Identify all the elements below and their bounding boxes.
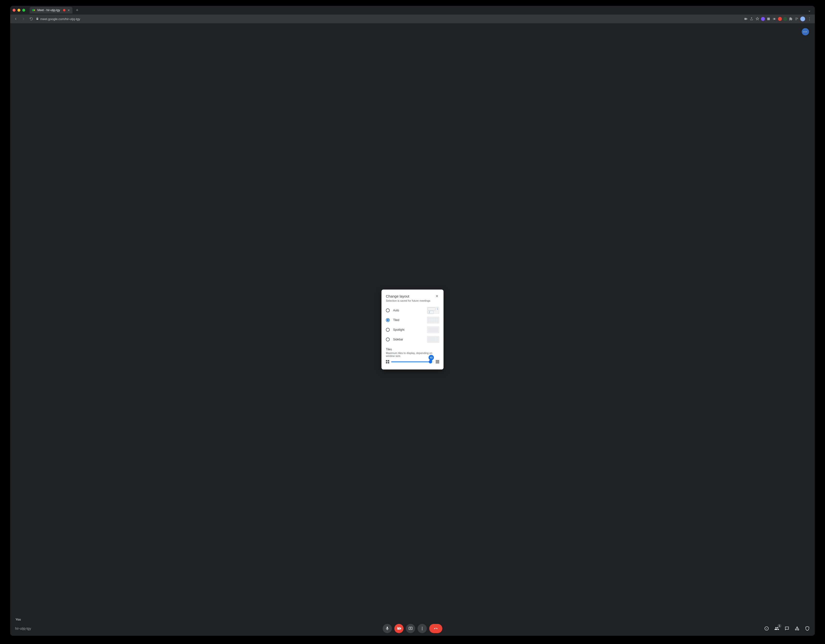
maximize-window-button[interactable] [22, 9, 25, 12]
browser-tab[interactable]: Meet - hir-utjq-tgy ✕ [29, 7, 73, 14]
radio-auto[interactable] [386, 309, 390, 312]
participants-button[interactable]: 1 [774, 626, 779, 631]
close-window-button[interactable] [12, 9, 15, 12]
participants-count-badge: 1 [777, 624, 782, 628]
tab-title: Meet - hir-utjq-tgy [37, 8, 60, 12]
fewer-tiles-icon [386, 360, 389, 363]
present-icon [408, 626, 413, 631]
layout-option-spotlight[interactable]: Spotlight [386, 325, 439, 335]
window-controls [12, 9, 25, 12]
microphone-button[interactable] [383, 624, 392, 633]
layout-thumb-sidebar [427, 336, 439, 343]
layout-label-sidebar: Sidebar [393, 338, 424, 341]
extension-3-icon[interactable] [772, 17, 777, 21]
svg-rect-0 [32, 9, 34, 11]
self-video-label: You [15, 618, 21, 621]
svg-point-7 [422, 630, 423, 630]
hangup-button[interactable] [429, 624, 442, 633]
reading-list-icon[interactable] [794, 17, 799, 21]
info-icon [764, 626, 769, 631]
recording-indicator-icon [63, 9, 65, 11]
more-controls-button[interactable] [417, 624, 427, 633]
call-controls [383, 624, 442, 633]
close-dialog-button[interactable] [435, 294, 439, 298]
tiles-heading: Tiles [386, 347, 439, 351]
reload-button[interactable] [28, 16, 34, 22]
back-button[interactable] [12, 16, 19, 22]
hangup-icon [434, 626, 438, 631]
meeting-code: hir-utjq-tgy [15, 627, 31, 630]
more-vertical-icon [420, 626, 424, 631]
forward-button[interactable] [20, 16, 27, 22]
minimize-window-button[interactable] [17, 9, 20, 12]
radio-spotlight[interactable] [386, 328, 390, 332]
chat-icon [785, 626, 789, 631]
new-tab-button[interactable]: + [74, 8, 80, 13]
more-options-pill[interactable]: ••• [802, 28, 809, 36]
camera-off-icon [397, 626, 401, 631]
layout-option-auto[interactable]: Auto ⤵⤵ [386, 306, 439, 315]
profile-avatar[interactable] [800, 17, 805, 21]
tabs-dropdown-button[interactable]: ⌄ [808, 8, 811, 12]
layout-option-sidebar[interactable]: Sidebar [386, 335, 439, 344]
meeting-details-button[interactable] [764, 626, 769, 631]
svg-point-5 [422, 627, 423, 627]
svg-point-2 [774, 18, 775, 20]
meet-favicon-icon [32, 8, 36, 12]
chat-button[interactable] [784, 626, 789, 631]
bottom-bar: hir-utjq-tgy [10, 621, 815, 636]
svg-point-6 [422, 628, 423, 629]
dialog-subtitle: Selection is saved for future meetings [386, 299, 439, 302]
host-controls-button[interactable] [805, 626, 810, 631]
close-tab-button[interactable]: ✕ [67, 8, 70, 12]
dialog-title: Change layout [386, 294, 409, 298]
share-icon[interactable] [749, 17, 754, 21]
chrome-menu-button[interactable]: ⋮ [806, 17, 813, 21]
shield-icon [805, 626, 810, 631]
activities-button[interactable] [794, 626, 800, 631]
camera-button[interactable] [394, 624, 403, 633]
ellipsis-icon: ••• [803, 31, 808, 33]
close-icon [435, 294, 439, 298]
meet-content: ••• You Change layout Selection is saved… [10, 23, 815, 636]
present-button[interactable] [406, 624, 415, 633]
layout-thumb-tiled [427, 317, 439, 323]
layout-label-auto: Auto [393, 309, 424, 312]
layout-thumb-spotlight [427, 326, 439, 333]
layout-thumb-auto: ⤵⤵ [427, 307, 439, 314]
tiles-slider[interactable]: 49 [391, 359, 434, 364]
info-panel-buttons: 1 [764, 626, 810, 631]
layout-option-tiled[interactable]: Tiled [386, 315, 439, 325]
extension-5-icon[interactable] [783, 17, 787, 21]
radio-tiled[interactable] [386, 318, 390, 322]
url-text: meet.google.com/hir-utjq-tgy [40, 17, 80, 21]
camera-indicator-icon[interactable] [743, 17, 748, 21]
layout-label-spotlight: Spotlight [393, 328, 424, 332]
layout-label-tiled: Tiled [393, 318, 424, 322]
extensions-puzzle-icon[interactable] [789, 17, 793, 21]
tiles-section: Tiles Maximum tiles to display, dependin… [386, 347, 439, 364]
address-bar: meet.google.com/hir-utjq-tgy ⋮ [10, 14, 815, 23]
extension-icons: ⋮ [743, 17, 813, 21]
extension-4-icon[interactable] [778, 17, 782, 21]
radio-sidebar[interactable] [386, 338, 390, 341]
shapes-icon [795, 626, 800, 631]
tab-bar: Meet - hir-utjq-tgy ✕ + ⌄ [10, 6, 815, 14]
extension-1-icon[interactable] [761, 17, 765, 21]
browser-window: Meet - hir-utjq-tgy ✕ + ⌄ meet.google.co… [10, 6, 815, 636]
extension-2-icon[interactable] [766, 17, 771, 21]
mic-icon [385, 626, 389, 631]
more-tiles-icon [436, 360, 439, 363]
bookmark-star-icon[interactable] [755, 17, 760, 21]
url-field[interactable]: meet.google.com/hir-utjq-tgy [36, 17, 80, 21]
lock-icon [36, 17, 39, 21]
svg-rect-1 [767, 18, 770, 20]
change-layout-dialog: Change layout Selection is saved for fut… [382, 290, 443, 369]
